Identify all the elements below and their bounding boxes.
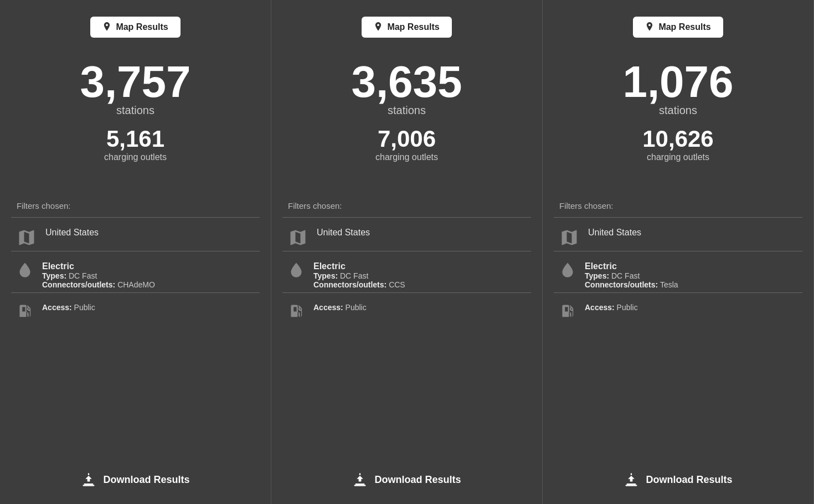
types-label-1: Types: <box>42 271 66 280</box>
fuel-filter-row-3: Electric Types: DC Fast Connectors/outle… <box>554 261 802 289</box>
map-results-label-1: Map Results <box>116 22 168 32</box>
drop-icon-3 <box>559 261 576 281</box>
connectors-detail-3: Connectors/outlets: Tesla <box>585 280 678 289</box>
pump-icon-3 <box>559 303 576 323</box>
connectors-detail-2: Connectors/outlets: CCS <box>313 280 405 289</box>
svg-rect-1 <box>354 485 366 486</box>
access-value-1: Public <box>74 303 95 312</box>
filters-section-1: Filters chosen: United States Electric T… <box>11 201 260 326</box>
map-icon-3 <box>559 228 579 248</box>
location-text-3: United States <box>588 228 641 238</box>
pin-icon-3 <box>645 22 654 32</box>
access-value-2: Public <box>346 303 367 312</box>
download-icon-3 <box>624 472 639 487</box>
access-label-3: Access: <box>585 303 615 312</box>
divider-fuel-2 <box>282 251 531 251</box>
map-icon-1 <box>17 228 37 248</box>
filters-section-2: Filters chosen: United States Electric T… <box>282 201 531 326</box>
fuel-type-2: Electric <box>313 261 405 271</box>
download-label-3: Download Results <box>646 474 732 486</box>
drop-icon-2 <box>288 261 305 281</box>
stations-count-3: 1,076 <box>622 60 733 104</box>
access-filter-row-3: Access: Public <box>554 303 802 323</box>
outlets-count-3: 10,626 <box>642 126 713 152</box>
download-button-2[interactable]: Download Results <box>352 455 461 487</box>
connectors-label-1: Connectors/outlets: <box>42 280 115 289</box>
map-results-button-1[interactable]: Map Results <box>90 17 180 38</box>
types-label-2: Types: <box>313 271 338 280</box>
filters-heading-1: Filters chosen: <box>11 201 260 210</box>
divider-location-2 <box>282 217 531 218</box>
stations-count-1: 3,757 <box>80 60 190 104</box>
connectors-label-3: Connectors/outlets: <box>585 280 658 289</box>
divider-access-2 <box>282 292 531 293</box>
location-value-1: United States <box>45 228 99 238</box>
access-text-1: Access: Public <box>42 303 95 312</box>
pin-icon-2 <box>374 22 383 32</box>
pump-icon-1 <box>17 303 33 323</box>
connectors-label-2: Connectors/outlets: <box>313 280 387 289</box>
download-label-2: Download Results <box>374 474 461 486</box>
access-label-2: Access: <box>313 303 343 312</box>
fuel-text-2: Electric Types: DC Fast Connectors/outle… <box>313 261 405 289</box>
download-button-1[interactable]: Download Results <box>81 455 189 487</box>
fuel-type-3: Electric <box>585 261 678 271</box>
filters-section-3: Filters chosen: United States Electric T… <box>554 201 802 326</box>
location-filter-row-3: United States <box>554 228 802 248</box>
types-detail-3: Types: DC Fast <box>585 271 678 280</box>
fuel-text-1: Electric Types: DC Fast Connectors/outle… <box>42 261 155 289</box>
location-text-2: United States <box>317 228 370 238</box>
card-1: Map Results 3,757 stations 5,161 chargin… <box>0 0 271 504</box>
divider-fuel-3 <box>554 251 802 251</box>
download-icon-1 <box>81 472 96 487</box>
map-results-label-2: Map Results <box>387 22 439 32</box>
stats-section-2: 3,635 stations 7,006 charging outlets <box>282 54 531 184</box>
location-filter-row-2: United States <box>282 228 531 248</box>
stats-section-1: 3,757 stations 5,161 charging outlets <box>11 54 260 184</box>
stations-label-1: stations <box>116 104 154 117</box>
fuel-type-1: Electric <box>42 261 155 271</box>
connectors-detail-1: Connectors/outlets: CHAdeMO <box>42 280 155 289</box>
types-label-3: Types: <box>585 271 609 280</box>
fuel-text-3: Electric Types: DC Fast Connectors/outle… <box>585 261 678 289</box>
map-icon-2 <box>288 228 308 248</box>
download-icon-2 <box>352 472 368 487</box>
access-detail-1: Access: Public <box>42 303 95 312</box>
svg-rect-0 <box>83 485 95 486</box>
types-value-2: DC Fast <box>340 271 368 280</box>
connectors-value-1: CHAdeMO <box>117 280 155 289</box>
fuel-filter-row-2: Electric Types: DC Fast Connectors/outle… <box>282 261 531 289</box>
pin-icon-1 <box>102 22 111 32</box>
location-filter-row-1: United States <box>11 228 260 248</box>
svg-rect-2 <box>626 485 637 486</box>
access-text-3: Access: Public <box>585 303 638 312</box>
access-filter-row-1: Access: Public <box>11 303 260 323</box>
filters-heading-3: Filters chosen: <box>554 201 802 210</box>
map-results-button-2[interactable]: Map Results <box>362 17 451 38</box>
filters-heading-2: Filters chosen: <box>282 201 531 210</box>
outlets-label-2: charging outlets <box>375 152 438 162</box>
types-value-3: DC Fast <box>611 271 640 280</box>
divider-access-1 <box>11 292 260 293</box>
fuel-filter-row-1: Electric Types: DC Fast Connectors/outle… <box>11 261 260 289</box>
map-results-button-3[interactable]: Map Results <box>633 17 723 38</box>
access-value-3: Public <box>617 303 638 312</box>
drop-icon-1 <box>17 261 33 281</box>
card-3: Map Results 1,076 stations 10,626 chargi… <box>543 0 814 504</box>
stats-section-3: 1,076 stations 10,626 charging outlets <box>554 54 802 184</box>
types-value-1: DC Fast <box>69 271 97 280</box>
divider-access-3 <box>554 292 802 293</box>
download-button-3[interactable]: Download Results <box>624 455 732 487</box>
pump-icon-2 <box>288 303 305 323</box>
access-detail-2: Access: Public <box>313 303 367 312</box>
outlets-label-1: charging outlets <box>104 152 167 162</box>
access-filter-row-2: Access: Public <box>282 303 531 323</box>
connectors-value-2: CCS <box>389 280 405 289</box>
card-2: Map Results 3,635 stations 7,006 chargin… <box>271 0 543 504</box>
stations-label-3: stations <box>659 104 697 117</box>
download-label-1: Download Results <box>103 474 189 486</box>
outlets-count-2: 7,006 <box>378 126 436 152</box>
outlets-count-1: 5,161 <box>106 126 164 152</box>
divider-fuel-1 <box>11 251 260 251</box>
divider-location-1 <box>11 217 260 218</box>
